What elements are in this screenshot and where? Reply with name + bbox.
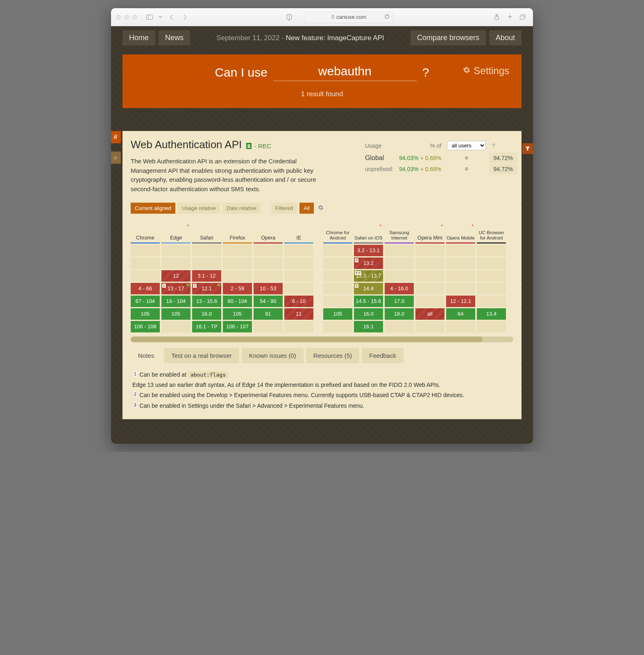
support-cell[interactable]: 12 — [161, 270, 190, 282]
support-cell[interactable]: 10 - 53 — [254, 283, 283, 294]
support-cell[interactable]: 105 — [131, 308, 160, 320]
support-cell[interactable]: 11 — [284, 308, 313, 320]
support-cell[interactable]: 16.0 — [354, 308, 383, 320]
support-cell[interactable]: 14.45 — [354, 283, 383, 294]
nav-news[interactable]: News — [159, 30, 190, 45]
support-cell[interactable] — [323, 270, 352, 282]
support-cell[interactable] — [161, 257, 190, 269]
support-cell[interactable]: 105 — [323, 308, 352, 320]
view-settings-icon[interactable] — [318, 205, 324, 212]
reload-icon[interactable] — [384, 14, 390, 20]
tabs-icon[interactable] — [518, 13, 528, 21]
support-cell[interactable] — [323, 257, 352, 269]
support-cell[interactable] — [284, 257, 313, 269]
spec-status[interactable]: - REC — [246, 142, 271, 149]
nav-news-ticker[interactable]: September 11, 2022 - New feature: ImageC… — [193, 34, 407, 42]
support-cell[interactable] — [323, 321, 352, 332]
window-controls[interactable] — [116, 15, 137, 20]
share-icon[interactable] — [492, 13, 502, 21]
back-button[interactable] — [167, 13, 177, 21]
tab-test[interactable]: Test on a real browser — [164, 348, 239, 363]
support-cell[interactable] — [415, 283, 444, 294]
support-cell[interactable]: 13 - 15.6 — [192, 296, 221, 307]
grid-scrollbar[interactable] — [131, 337, 513, 342]
nav-about[interactable]: About — [489, 30, 522, 45]
forward-button[interactable] — [180, 13, 190, 21]
settings-link[interactable]: Settings — [463, 65, 509, 77]
support-cell[interactable]: 3.1 - 12 — [192, 270, 221, 282]
toggle-filtered[interactable]: Filtered — [271, 203, 297, 214]
support-cell[interactable]: 14.5 - 15.6 — [354, 296, 383, 307]
support-cell[interactable]: 12 - 12.1 — [446, 296, 475, 307]
url-bar[interactable]: caniuse.com — [304, 11, 393, 23]
support-cell[interactable] — [131, 270, 160, 282]
support-cell[interactable] — [223, 257, 252, 269]
support-cell[interactable] — [131, 257, 160, 269]
support-cell[interactable] — [284, 270, 313, 282]
support-cell[interactable] — [477, 296, 506, 307]
max-dot[interactable] — [132, 15, 137, 20]
support-cell[interactable]: 13.23 — [354, 257, 383, 269]
star-icon[interactable]: ☆ — [111, 151, 121, 164]
toggle-date-relative[interactable]: Date relative — [222, 203, 261, 214]
support-cell[interactable]: 18.0 — [385, 308, 414, 320]
support-cell[interactable]: 67 - 104 — [131, 296, 160, 307]
support-cell[interactable]: 54 - 90 — [254, 296, 283, 307]
support-cell[interactable]: 91 — [254, 308, 283, 320]
support-cell[interactable] — [415, 296, 444, 307]
support-cell[interactable]: 16.0 — [192, 308, 221, 320]
support-cell[interactable] — [323, 296, 352, 307]
support-cell[interactable] — [446, 283, 475, 294]
min-dot[interactable] — [124, 15, 129, 20]
usage-help-icon[interactable]: ? — [489, 139, 517, 152]
support-cell[interactable] — [385, 257, 414, 269]
support-cell[interactable]: 3.2 - 13.1 — [354, 245, 383, 256]
support-cell[interactable] — [415, 257, 444, 269]
support-cell[interactable]: 18 - 104 — [161, 296, 190, 307]
support-cell[interactable] — [161, 321, 190, 332]
shield-icon[interactable] — [284, 13, 294, 21]
support-cell[interactable]: 60 - 104 — [223, 296, 252, 307]
toggle-current[interactable]: Current aligned — [131, 203, 175, 214]
search-input[interactable] — [273, 63, 417, 81]
support-cell[interactable]: all — [415, 308, 444, 320]
support-cell[interactable] — [223, 270, 252, 282]
tab-known-issues[interactable]: Known issues (0) — [242, 348, 304, 363]
support-cell[interactable] — [254, 270, 283, 282]
support-cell[interactable] — [284, 283, 313, 294]
support-cell[interactable] — [323, 283, 352, 294]
tab-feedback[interactable]: Feedback — [362, 348, 404, 363]
support-cell[interactable]: 12.12 — [192, 283, 221, 294]
support-cell[interactable] — [446, 321, 475, 332]
support-cell[interactable]: 4 - 16.0 — [385, 283, 414, 294]
support-cell[interactable]: 17.0 — [385, 296, 414, 307]
support-cell[interactable]: 106 - 108 — [131, 321, 160, 332]
support-cell[interactable]: 13.3 - 13.74 5 — [354, 270, 383, 282]
support-cell[interactable] — [385, 321, 414, 332]
support-cell[interactable]: 105 — [223, 308, 252, 320]
support-cell[interactable] — [477, 270, 506, 282]
support-cell[interactable]: 64 — [446, 308, 475, 320]
support-cell[interactable] — [192, 257, 221, 269]
support-cell[interactable]: 16.1 — [354, 321, 383, 332]
usage-scope-select[interactable]: all users — [447, 141, 486, 150]
support-cell[interactable]: 2 - 59 — [223, 283, 252, 294]
support-cell[interactable]: 106 - 107 — [223, 321, 252, 332]
support-cell[interactable]: 6 - 10 — [284, 296, 313, 307]
chevron-down-icon[interactable] — [158, 13, 163, 21]
filter-icon[interactable] — [522, 143, 533, 154]
tab-resources[interactable]: Resources (5) — [306, 348, 359, 363]
support-cell[interactable] — [446, 270, 475, 282]
tab-notes[interactable]: Notes — [131, 348, 161, 363]
toggle-usage-relative[interactable]: Usage relative — [178, 203, 220, 214]
support-cell[interactable] — [446, 257, 475, 269]
support-cell[interactable] — [385, 270, 414, 282]
support-cell[interactable] — [477, 283, 506, 294]
support-cell[interactable]: 16.1 - TP — [192, 321, 221, 332]
support-cell[interactable] — [415, 321, 444, 332]
nav-home[interactable]: Home — [122, 30, 155, 45]
support-cell[interactable]: 4 - 66 — [131, 283, 160, 294]
nav-compare[interactable]: Compare browsers — [410, 30, 486, 45]
support-cell[interactable] — [477, 257, 506, 269]
support-cell[interactable] — [477, 321, 506, 332]
